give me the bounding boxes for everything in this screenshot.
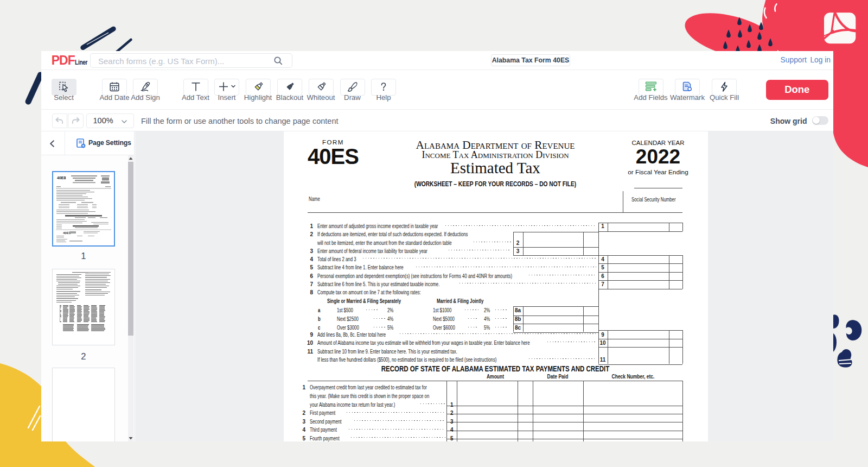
svg-text:40E8: 40E8 <box>57 176 66 180</box>
